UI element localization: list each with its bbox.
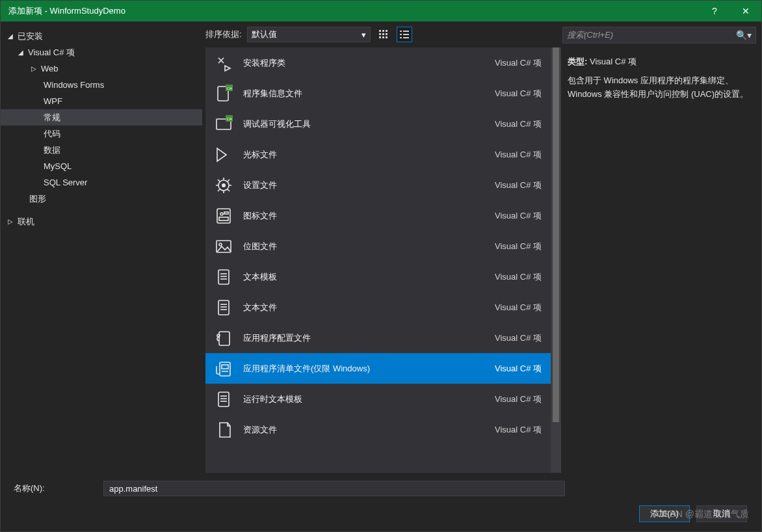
template-category: Visual C# 项 — [495, 332, 542, 344]
tree-general[interactable]: 常规 — [1, 109, 202, 126]
search-input[interactable]: 搜索(Ctrl+E) 🔍▾ — [562, 27, 756, 44]
svg-text:C#: C# — [226, 116, 232, 122]
svg-rect-10 — [403, 31, 409, 32]
tree-label: 代码 — [44, 128, 60, 140]
tree-online[interactable]: ▷ 联机 — [1, 213, 202, 230]
description-panel: 类型: Visual C# 项 包含用于 Windows 应用程序的程序集绑定、… — [562, 49, 761, 107]
template-item[interactable]: 应用程序配置文件Visual C# 项 — [205, 323, 551, 353]
template-label: 光标文件 — [243, 149, 484, 161]
tree-sqlserver[interactable]: SQL Server — [1, 174, 202, 191]
template-item[interactable]: 光标文件Visual C# 项 — [205, 139, 551, 170]
template-category: Visual C# 项 — [495, 149, 542, 161]
svg-rect-1 — [382, 30, 384, 32]
tree-graphics[interactable]: 图形 — [1, 191, 202, 207]
svg-rect-7 — [382, 36, 384, 38]
tree-mysql[interactable]: MySQL — [1, 158, 202, 174]
template-label: 运行时文本模板 — [243, 393, 484, 405]
name-input[interactable] — [103, 481, 565, 496]
svg-rect-11 — [400, 34, 402, 35]
scrollbar-thumb[interactable] — [553, 47, 559, 422]
template-item[interactable]: 文本模板Visual C# 项 — [205, 261, 551, 292]
svg-rect-12 — [403, 34, 409, 35]
close-button[interactable]: ✕ — [730, 1, 761, 21]
template-icon — [215, 360, 233, 378]
template-label: 图标文件 — [243, 210, 484, 222]
svg-rect-26 — [219, 217, 228, 220]
svg-rect-4 — [382, 33, 384, 35]
template-item[interactable]: 应用程序清单文件(仅限 Windows)Visual C# 项 — [205, 353, 551, 384]
titlebar: 添加新项 - WinformStudyDemo ? ✕ — [1, 1, 761, 21]
template-label: 文本模板 — [243, 271, 484, 283]
tree-installed[interactable]: ◢ 已安装 — [1, 28, 202, 44]
svg-rect-9 — [400, 31, 402, 32]
template-category: Visual C# 项 — [495, 180, 542, 191]
svg-point-24 — [220, 213, 223, 215]
template-label: 设置文件 — [243, 180, 484, 191]
template-icon: C# — [215, 85, 233, 103]
type-label: 类型: — [568, 57, 587, 66]
window-title: 添加新项 - WinformStudyDemo — [8, 5, 699, 17]
template-category: Visual C# 项 — [495, 424, 542, 436]
template-category: Visual C# 项 — [495, 302, 542, 313]
type-value: Visual C# 项 — [590, 57, 637, 66]
svg-rect-40 — [222, 365, 228, 369]
svg-rect-13 — [400, 37, 402, 38]
template-icon: C# — [215, 115, 233, 133]
view-list-button[interactable] — [397, 27, 412, 42]
svg-text:C#: C# — [226, 86, 232, 91]
tree-label: 图形 — [29, 193, 46, 205]
tree-windows-forms[interactable]: Windows Forms — [1, 77, 202, 93]
tree-label: WPF — [44, 96, 62, 106]
tree-code[interactable]: 代码 — [1, 126, 202, 142]
template-item[interactable]: 图标文件Visual C# 项 — [205, 200, 551, 231]
template-icon — [215, 390, 233, 408]
scrollbar[interactable] — [551, 47, 561, 473]
template-item[interactable]: C#调试器可视化工具Visual C# 项 — [205, 109, 551, 139]
template-category: Visual C# 项 — [495, 57, 542, 69]
tree-data[interactable]: 数据 — [1, 142, 202, 158]
template-item[interactable]: 设置文件Visual C# 项 — [205, 170, 551, 200]
tree-visual-csharp[interactable]: ◢ Visual C# 项 — [1, 44, 202, 60]
template-category: Visual C# 项 — [495, 363, 542, 375]
caret-down-icon: ◢ — [16, 49, 25, 56]
tree-wpf[interactable]: WPF — [1, 93, 202, 109]
svg-rect-14 — [403, 37, 409, 38]
template-item[interactable]: 位图文件Visual C# 项 — [205, 231, 551, 261]
template-icon — [215, 237, 233, 256]
svg-rect-0 — [379, 30, 381, 32]
tree-label: Visual C# 项 — [28, 47, 75, 59]
category-tree: ◢ 已安装 ◢ Visual C# 项 ▷ Web Windows Forms … — [1, 21, 202, 473]
svg-point-38 — [217, 334, 220, 337]
template-label: 应用程序清单文件(仅限 Windows) — [243, 363, 484, 375]
svg-point-22 — [222, 183, 226, 187]
cancel-button[interactable]: 取消 — [696, 505, 747, 522]
template-item[interactable]: 安装程序类Visual C# 项 — [205, 47, 551, 78]
template-label: 调试器可视化工具 — [243, 118, 484, 130]
name-label: 名称(N): — [14, 483, 92, 494]
template-item[interactable]: 文本文件Visual C# 项 — [205, 292, 551, 323]
sort-value: 默认值 — [252, 29, 277, 40]
tree-web[interactable]: ▷ Web — [1, 60, 202, 77]
template-label: 位图文件 — [243, 241, 484, 252]
help-button[interactable]: ? — [699, 1, 730, 21]
template-category: Visual C# 项 — [495, 271, 542, 283]
template-item[interactable]: 资源文件Visual C# 项 — [205, 414, 551, 445]
tree-label: MySQL — [44, 161, 72, 171]
tree-label: 已安装 — [18, 31, 43, 42]
tree-label: 常规 — [44, 112, 60, 124]
description-text: 包含用于 Windows 应用程序的程序集绑定、Windows 兼容性和用户访问… — [568, 74, 754, 101]
template-icon — [215, 207, 233, 225]
toolbar: 排序依据: 默认值 ▾ — [203, 21, 562, 47]
template-item[interactable]: 运行时文本模板Visual C# 项 — [205, 384, 551, 414]
sort-dropdown[interactable]: 默认值 ▾ — [247, 27, 371, 42]
template-category: Visual C# 项 — [495, 241, 542, 252]
footer-row: 名称(N): — [1, 473, 761, 499]
view-grid-button[interactable] — [376, 27, 391, 42]
tree-label: Web — [41, 64, 59, 73]
template-label: 文本文件 — [243, 302, 484, 313]
template-icon — [215, 54, 233, 72]
template-item[interactable]: C#程序集信息文件Visual C# 项 — [205, 78, 551, 109]
add-button[interactable]: 添加(A) — [639, 505, 690, 522]
template-category: Visual C# 项 — [495, 88, 542, 100]
template-label: 应用程序配置文件 — [243, 332, 484, 344]
